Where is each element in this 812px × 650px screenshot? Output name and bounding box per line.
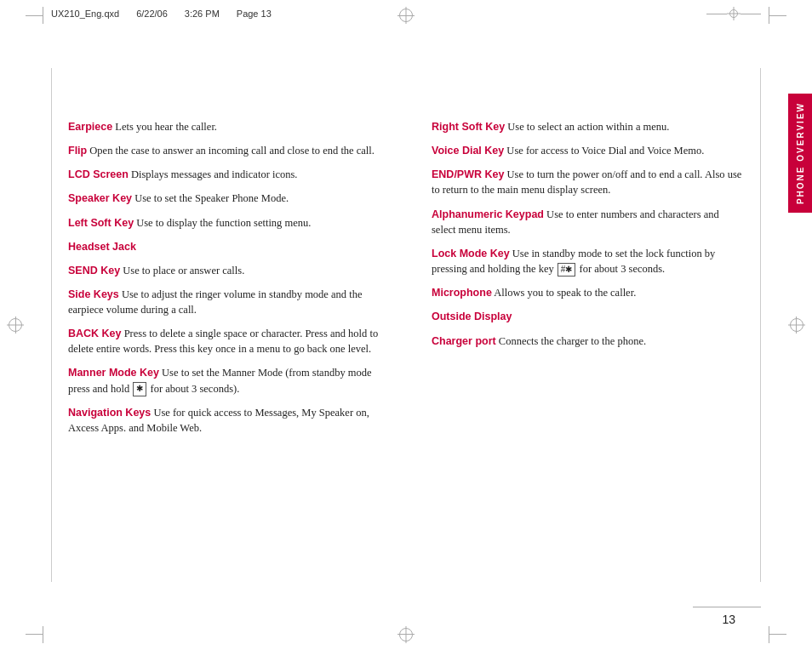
crop-mark-br-h bbox=[769, 634, 786, 635]
left-entry-10: Navigation Keys Use for quick access to … bbox=[68, 405, 380, 436]
term-label: Flip bbox=[68, 145, 87, 157]
main-content: Earpiece Lets you hear the caller.Flip O… bbox=[68, 43, 744, 607]
right-rule bbox=[760, 68, 761, 582]
left-entry-2: LCD Screen Displays messages and indicat… bbox=[68, 167, 380, 182]
crosshair-right-circle bbox=[790, 318, 803, 332]
key-icon: ✱ bbox=[133, 382, 146, 396]
right-entry-3: Alphanumeric Keypad Use to enter numbers… bbox=[432, 207, 744, 237]
term-label: Alphanumeric Keypad bbox=[432, 208, 544, 220]
term-label: Voice Dial Key bbox=[432, 145, 504, 157]
term-label: Navigation Keys bbox=[68, 407, 151, 419]
term-label: Left Soft Key bbox=[68, 217, 134, 229]
crop-mark-bl-v bbox=[43, 626, 43, 643]
left-rule bbox=[51, 68, 52, 582]
term-label: BACK Key bbox=[68, 328, 122, 339]
right-column: Right Soft Key Use to select an action w… bbox=[406, 43, 744, 607]
crop-mark-bl-h bbox=[26, 634, 43, 635]
file-date: 6/22/06 bbox=[136, 9, 168, 19]
crop-mark-br-v bbox=[769, 626, 769, 643]
term-label: Outside Display bbox=[432, 311, 512, 322]
right-entry-2: END/PWR Key Use to turn the power on/off… bbox=[432, 167, 744, 197]
term-label: Side Keys bbox=[68, 288, 119, 300]
right-entry-0: Right Soft Key Use to select an action w… bbox=[432, 119, 744, 134]
chapter-tab: PHONE OVERVIEW bbox=[788, 94, 812, 213]
right-entry-4: Lock Mode Key Use in standby mode to set… bbox=[432, 246, 744, 277]
key-icon: #✱ bbox=[558, 263, 576, 277]
left-entry-4: Left Soft Key Use to display the functio… bbox=[68, 215, 380, 231]
left-entry-0: Earpiece Lets you hear the caller. bbox=[68, 119, 380, 134]
crop-mark-tr-v bbox=[769, 7, 769, 24]
right-entry-5: Microphone Allows you to speak to the ca… bbox=[432, 285, 744, 300]
file-time: 3:26 PM bbox=[185, 9, 220, 19]
file-info: UX210_Eng.qxd 6/22/06 3:26 PM Page 13 bbox=[51, 9, 272, 19]
left-entry-5: Headset Jack bbox=[68, 239, 380, 254]
left-entry-7: Side Keys Use to adjust the ringer volum… bbox=[68, 287, 380, 317]
page-number: 13 bbox=[722, 613, 735, 626]
left-entry-6: SEND Key Use to place or answer calls. bbox=[68, 263, 380, 278]
crop-mark-tl-v bbox=[43, 7, 43, 24]
left-entry-8: BACK Key Press to delete a single space … bbox=[68, 326, 380, 356]
term-label: Microphone bbox=[432, 287, 492, 299]
term-label: Manner Mode Key bbox=[68, 367, 159, 379]
right-entry-1: Voice Dial Key Use for access to Voice D… bbox=[432, 143, 744, 158]
crop-mark-tr-h bbox=[769, 15, 786, 16]
right-entry-7: Charger port Connects the charger to the… bbox=[432, 334, 744, 349]
crosshair-left-circle bbox=[9, 318, 22, 332]
term-label: Charger port bbox=[432, 335, 496, 347]
term-label: Speaker Key bbox=[68, 192, 132, 204]
term-label: SEND Key bbox=[68, 265, 120, 277]
term-label: Headset Jack bbox=[68, 241, 136, 253]
left-entry-9: Manner Mode Key Use to set the Manner Mo… bbox=[68, 365, 380, 396]
term-label: END/PWR Key bbox=[432, 168, 504, 180]
left-column: Earpiece Lets you hear the caller.Flip O… bbox=[68, 43, 406, 607]
chapter-tab-label: PHONE OVERVIEW bbox=[796, 102, 805, 204]
term-label: LCD Screen bbox=[68, 168, 129, 180]
header-bar: UX210_Eng.qxd 6/22/06 3:26 PM Page 13 bbox=[51, 7, 761, 20]
right-entry-6: Outside Display bbox=[432, 309, 744, 324]
bottom-rule bbox=[693, 607, 761, 607]
filename: UX210_Eng.qxd bbox=[51, 9, 119, 19]
header-crosshair bbox=[706, 7, 761, 20]
term-label: Lock Mode Key bbox=[432, 248, 510, 259]
crop-mark-tl-h bbox=[26, 15, 43, 16]
crosshair-bottom-circle bbox=[399, 628, 413, 641]
left-entry-3: Speaker Key Use to set the Speaker Phone… bbox=[68, 191, 380, 206]
term-label: Earpiece bbox=[68, 121, 112, 133]
term-label: Right Soft Key bbox=[432, 121, 505, 133]
left-entry-1: Flip Open the case to answer an incoming… bbox=[68, 143, 380, 158]
file-page: Page 13 bbox=[237, 9, 272, 19]
